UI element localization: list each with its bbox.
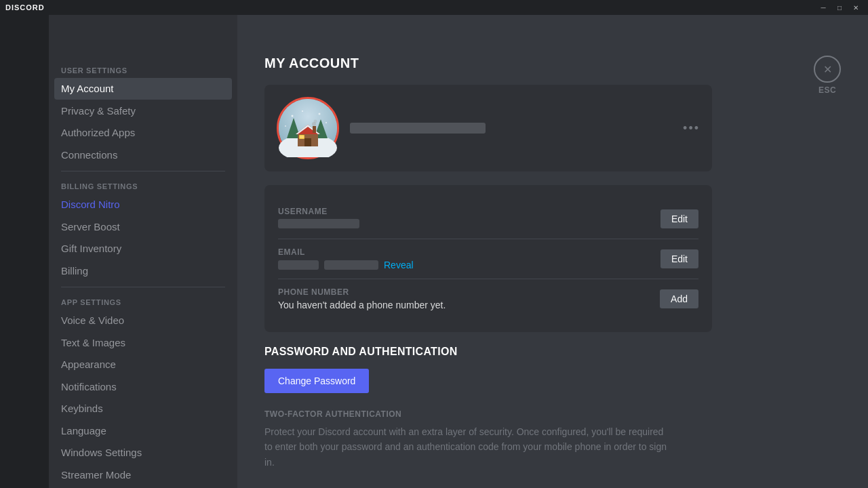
minimize-button[interactable]: ─	[816, 2, 830, 13]
profile-info	[350, 123, 700, 134]
sidebar-item-gift-inventory[interactable]: Gift Inventory	[54, 238, 232, 260]
window-controls: ─ □ ✕	[816, 2, 863, 13]
maximize-button[interactable]: □	[833, 2, 846, 13]
phone-label: PHONE NUMBER	[278, 287, 446, 297]
email-label: EMAIL	[278, 247, 414, 257]
camera-icon: 📷	[300, 120, 317, 136]
sidebar-item-streamer-mode[interactable]: Streamer Mode	[54, 464, 232, 486]
app-settings-label: APP SETTINGS	[54, 294, 232, 309]
phone-info: PHONE NUMBER You haven't added a phone n…	[278, 287, 446, 310]
reveal-email-button[interactable]: Reveal	[384, 260, 414, 270]
sidebar-item-my-account[interactable]: My Account	[54, 78, 232, 100]
password-section: PASSWORD AND AUTHENTICATION Change Passw…	[264, 346, 712, 470]
sidebar-area: USER SETTINGS My Account Privacy & Safet…	[0, 15, 237, 488]
email-blurred-part2	[324, 260, 378, 270]
change-password-button[interactable]: Change Password	[264, 369, 369, 393]
main-content: MY ACCOUNT	[237, 15, 868, 488]
phone-row: PHONE NUMBER You haven't added a phone n…	[278, 279, 698, 319]
content-inner: MY ACCOUNT	[237, 15, 739, 488]
email-value: Reveal	[278, 260, 414, 270]
sidebar-item-windows-settings[interactable]: Windows Settings	[54, 442, 232, 464]
sidebar-item-language[interactable]: Language	[54, 420, 232, 442]
page-title: MY ACCOUNT	[264, 56, 712, 71]
sidebar-item-discord-nitro[interactable]: Discord Nitro	[54, 194, 232, 216]
server-list	[0, 15, 49, 488]
app-logo: DISCORD	[5, 3, 45, 12]
settings-sidebar: USER SETTINGS My Account Privacy & Safet…	[49, 15, 237, 488]
password-section-title: PASSWORD AND AUTHENTICATION	[264, 346, 712, 358]
app-body: USER SETTINGS My Account Privacy & Safet…	[0, 15, 868, 488]
username-info: USERNAME	[278, 207, 359, 230]
user-settings-label: USER SETTINGS	[54, 62, 232, 77]
email-edit-button[interactable]: Edit	[660, 249, 698, 268]
esc-circle: ✕	[814, 56, 841, 83]
sidebar-item-connections[interactable]: Connections	[54, 144, 232, 166]
sidebar-item-text-images[interactable]: Text & Images	[54, 332, 232, 354]
sidebar-divider-1	[61, 171, 225, 171]
username-row: USERNAME Edit	[278, 199, 698, 239]
sidebar-divider-2	[61, 287, 225, 287]
sidebar-item-voice-video[interactable]: Voice & Video	[54, 310, 232, 331]
username-display-blurred	[350, 123, 486, 134]
profile-card: 📷 •••	[264, 85, 712, 171]
billing-settings-label: BILLING SETTINGS	[54, 178, 232, 193]
sidebar-item-appearance[interactable]: Appearance	[54, 354, 232, 375]
phone-add-button[interactable]: Add	[660, 289, 698, 308]
more-options-button[interactable]: •••	[683, 121, 700, 136]
sidebar-item-authorized-apps[interactable]: Authorized Apps	[54, 122, 232, 144]
email-blurred-part1	[278, 260, 319, 270]
esc-button[interactable]: ✕ ESC	[814, 56, 841, 95]
sidebar-item-billing[interactable]: Billing	[54, 260, 232, 282]
sidebar-item-keybinds[interactable]: Keybinds	[54, 398, 232, 420]
two-factor-label: TWO-FACTOR AUTHENTICATION	[264, 409, 712, 419]
close-button[interactable]: ✕	[849, 2, 863, 13]
account-info-section: USERNAME Edit EMAIL Reveal	[264, 185, 712, 332]
avatar-container[interactable]: 📷	[277, 97, 339, 159]
email-row: EMAIL Reveal Edit	[278, 239, 698, 279]
sidebar-item-privacy-safety[interactable]: Privacy & Safety	[54, 100, 232, 122]
esc-label: ESC	[818, 85, 836, 95]
username-blurred	[278, 219, 359, 228]
sidebar-item-notifications[interactable]: Notifications	[54, 376, 232, 398]
titlebar: DISCORD ─ □ ✕	[0, 0, 868, 15]
username-label: USERNAME	[278, 207, 359, 216]
username-edit-button[interactable]: Edit	[660, 209, 698, 228]
phone-value: You haven't added a phone number yet.	[278, 300, 446, 310]
username-value	[278, 219, 359, 230]
email-info: EMAIL Reveal	[278, 247, 414, 270]
two-factor-description: Protect your Discord account with an ext…	[264, 424, 671, 470]
sidebar-item-server-boost[interactable]: Server Boost	[54, 216, 232, 238]
